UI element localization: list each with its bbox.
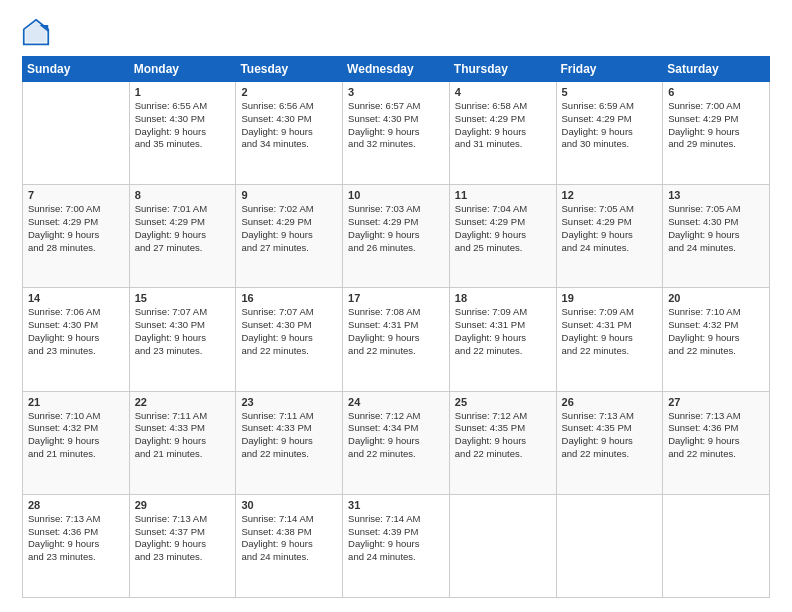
- day-info: Sunrise: 7:12 AM Sunset: 4:35 PM Dayligh…: [455, 410, 551, 461]
- calendar-cell: 29Sunrise: 7:13 AM Sunset: 4:37 PM Dayli…: [129, 494, 236, 597]
- weekday-header: Wednesday: [343, 57, 450, 82]
- calendar-cell: 31Sunrise: 7:14 AM Sunset: 4:39 PM Dayli…: [343, 494, 450, 597]
- calendar-cell: 24Sunrise: 7:12 AM Sunset: 4:34 PM Dayli…: [343, 391, 450, 494]
- calendar-cell: 4Sunrise: 6:58 AM Sunset: 4:29 PM Daylig…: [449, 82, 556, 185]
- weekday-header: Friday: [556, 57, 663, 82]
- logo: [22, 18, 54, 46]
- calendar-week-row: 21Sunrise: 7:10 AM Sunset: 4:32 PM Dayli…: [23, 391, 770, 494]
- weekday-header: Monday: [129, 57, 236, 82]
- day-info: Sunrise: 7:05 AM Sunset: 4:29 PM Dayligh…: [562, 203, 658, 254]
- day-number: 29: [135, 499, 231, 511]
- day-info: Sunrise: 7:05 AM Sunset: 4:30 PM Dayligh…: [668, 203, 764, 254]
- day-info: Sunrise: 7:00 AM Sunset: 4:29 PM Dayligh…: [28, 203, 124, 254]
- day-info: Sunrise: 7:12 AM Sunset: 4:34 PM Dayligh…: [348, 410, 444, 461]
- calendar-cell: 13Sunrise: 7:05 AM Sunset: 4:30 PM Dayli…: [663, 185, 770, 288]
- calendar-cell: 10Sunrise: 7:03 AM Sunset: 4:29 PM Dayli…: [343, 185, 450, 288]
- day-number: 2: [241, 86, 337, 98]
- page: SundayMondayTuesdayWednesdayThursdayFrid…: [0, 0, 792, 612]
- calendar-week-row: 7Sunrise: 7:00 AM Sunset: 4:29 PM Daylig…: [23, 185, 770, 288]
- calendar-cell: 26Sunrise: 7:13 AM Sunset: 4:35 PM Dayli…: [556, 391, 663, 494]
- calendar-cell: 14Sunrise: 7:06 AM Sunset: 4:30 PM Dayli…: [23, 288, 130, 391]
- day-number: 21: [28, 396, 124, 408]
- day-number: 8: [135, 189, 231, 201]
- calendar-cell: 7Sunrise: 7:00 AM Sunset: 4:29 PM Daylig…: [23, 185, 130, 288]
- day-info: Sunrise: 6:59 AM Sunset: 4:29 PM Dayligh…: [562, 100, 658, 151]
- calendar-week-row: 1Sunrise: 6:55 AM Sunset: 4:30 PM Daylig…: [23, 82, 770, 185]
- day-info: Sunrise: 6:57 AM Sunset: 4:30 PM Dayligh…: [348, 100, 444, 151]
- header: [22, 18, 770, 46]
- calendar-cell: [556, 494, 663, 597]
- day-info: Sunrise: 7:13 AM Sunset: 4:36 PM Dayligh…: [28, 513, 124, 564]
- day-number: 26: [562, 396, 658, 408]
- calendar-cell: [449, 494, 556, 597]
- calendar-cell: 3Sunrise: 6:57 AM Sunset: 4:30 PM Daylig…: [343, 82, 450, 185]
- day-number: 30: [241, 499, 337, 511]
- day-number: 20: [668, 292, 764, 304]
- calendar-cell: 22Sunrise: 7:11 AM Sunset: 4:33 PM Dayli…: [129, 391, 236, 494]
- day-info: Sunrise: 7:01 AM Sunset: 4:29 PM Dayligh…: [135, 203, 231, 254]
- day-info: Sunrise: 7:11 AM Sunset: 4:33 PM Dayligh…: [135, 410, 231, 461]
- weekday-header: Sunday: [23, 57, 130, 82]
- day-info: Sunrise: 7:09 AM Sunset: 4:31 PM Dayligh…: [455, 306, 551, 357]
- day-info: Sunrise: 7:11 AM Sunset: 4:33 PM Dayligh…: [241, 410, 337, 461]
- day-info: Sunrise: 7:07 AM Sunset: 4:30 PM Dayligh…: [241, 306, 337, 357]
- calendar-cell: 12Sunrise: 7:05 AM Sunset: 4:29 PM Dayli…: [556, 185, 663, 288]
- weekday-header: Thursday: [449, 57, 556, 82]
- day-info: Sunrise: 7:13 AM Sunset: 4:36 PM Dayligh…: [668, 410, 764, 461]
- calendar-week-row: 28Sunrise: 7:13 AM Sunset: 4:36 PM Dayli…: [23, 494, 770, 597]
- day-number: 25: [455, 396, 551, 408]
- day-info: Sunrise: 7:00 AM Sunset: 4:29 PM Dayligh…: [668, 100, 764, 151]
- day-info: Sunrise: 7:07 AM Sunset: 4:30 PM Dayligh…: [135, 306, 231, 357]
- weekday-header: Tuesday: [236, 57, 343, 82]
- day-info: Sunrise: 6:55 AM Sunset: 4:30 PM Dayligh…: [135, 100, 231, 151]
- day-number: 1: [135, 86, 231, 98]
- day-info: Sunrise: 7:14 AM Sunset: 4:39 PM Dayligh…: [348, 513, 444, 564]
- day-number: 13: [668, 189, 764, 201]
- day-number: 15: [135, 292, 231, 304]
- day-number: 12: [562, 189, 658, 201]
- calendar-cell: 20Sunrise: 7:10 AM Sunset: 4:32 PM Dayli…: [663, 288, 770, 391]
- day-number: 23: [241, 396, 337, 408]
- day-number: 31: [348, 499, 444, 511]
- calendar-cell: 23Sunrise: 7:11 AM Sunset: 4:33 PM Dayli…: [236, 391, 343, 494]
- day-info: Sunrise: 7:06 AM Sunset: 4:30 PM Dayligh…: [28, 306, 124, 357]
- weekday-header-row: SundayMondayTuesdayWednesdayThursdayFrid…: [23, 57, 770, 82]
- day-number: 7: [28, 189, 124, 201]
- day-number: 22: [135, 396, 231, 408]
- day-info: Sunrise: 7:04 AM Sunset: 4:29 PM Dayligh…: [455, 203, 551, 254]
- day-number: 11: [455, 189, 551, 201]
- day-info: Sunrise: 7:10 AM Sunset: 4:32 PM Dayligh…: [28, 410, 124, 461]
- day-info: Sunrise: 7:13 AM Sunset: 4:35 PM Dayligh…: [562, 410, 658, 461]
- day-info: Sunrise: 6:58 AM Sunset: 4:29 PM Dayligh…: [455, 100, 551, 151]
- day-info: Sunrise: 7:09 AM Sunset: 4:31 PM Dayligh…: [562, 306, 658, 357]
- calendar: SundayMondayTuesdayWednesdayThursdayFrid…: [22, 56, 770, 598]
- day-number: 24: [348, 396, 444, 408]
- day-number: 6: [668, 86, 764, 98]
- day-number: 10: [348, 189, 444, 201]
- calendar-cell: [663, 494, 770, 597]
- calendar-cell: 6Sunrise: 7:00 AM Sunset: 4:29 PM Daylig…: [663, 82, 770, 185]
- day-info: Sunrise: 7:10 AM Sunset: 4:32 PM Dayligh…: [668, 306, 764, 357]
- calendar-cell: 9Sunrise: 7:02 AM Sunset: 4:29 PM Daylig…: [236, 185, 343, 288]
- day-number: 27: [668, 396, 764, 408]
- calendar-cell: 18Sunrise: 7:09 AM Sunset: 4:31 PM Dayli…: [449, 288, 556, 391]
- calendar-cell: 21Sunrise: 7:10 AM Sunset: 4:32 PM Dayli…: [23, 391, 130, 494]
- weekday-header: Saturday: [663, 57, 770, 82]
- day-number: 28: [28, 499, 124, 511]
- day-number: 16: [241, 292, 337, 304]
- day-number: 4: [455, 86, 551, 98]
- logo-icon: [22, 18, 50, 46]
- day-info: Sunrise: 6:56 AM Sunset: 4:30 PM Dayligh…: [241, 100, 337, 151]
- calendar-cell: [23, 82, 130, 185]
- calendar-cell: 15Sunrise: 7:07 AM Sunset: 4:30 PM Dayli…: [129, 288, 236, 391]
- calendar-cell: 16Sunrise: 7:07 AM Sunset: 4:30 PM Dayli…: [236, 288, 343, 391]
- day-info: Sunrise: 7:02 AM Sunset: 4:29 PM Dayligh…: [241, 203, 337, 254]
- calendar-cell: 1Sunrise: 6:55 AM Sunset: 4:30 PM Daylig…: [129, 82, 236, 185]
- calendar-week-row: 14Sunrise: 7:06 AM Sunset: 4:30 PM Dayli…: [23, 288, 770, 391]
- calendar-cell: 11Sunrise: 7:04 AM Sunset: 4:29 PM Dayli…: [449, 185, 556, 288]
- day-info: Sunrise: 7:03 AM Sunset: 4:29 PM Dayligh…: [348, 203, 444, 254]
- day-number: 14: [28, 292, 124, 304]
- calendar-cell: 5Sunrise: 6:59 AM Sunset: 4:29 PM Daylig…: [556, 82, 663, 185]
- day-number: 17: [348, 292, 444, 304]
- calendar-cell: 19Sunrise: 7:09 AM Sunset: 4:31 PM Dayli…: [556, 288, 663, 391]
